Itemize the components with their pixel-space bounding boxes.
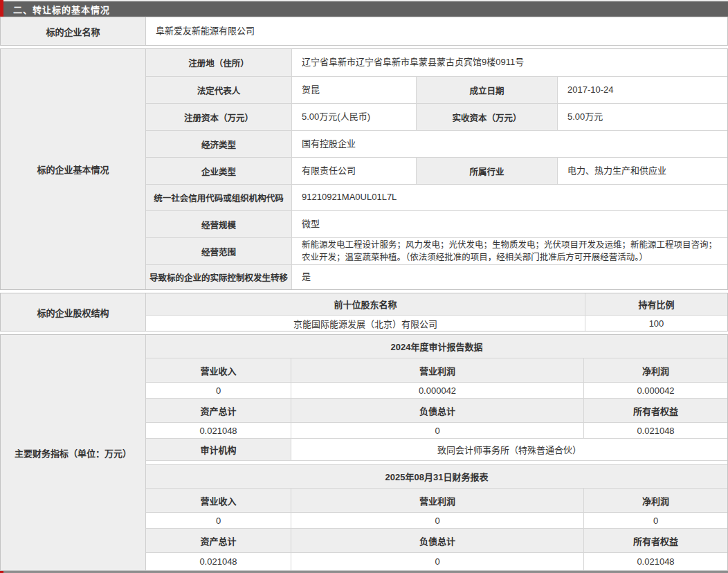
owner-equity-header: 所有者权益: [583, 399, 727, 422]
auditor-label: 审计机构: [146, 439, 291, 460]
equity-section-label: 标的企业股权结构: [1, 293, 146, 331]
shareholder-name: 京能国际能源发展（北京）有限公司: [146, 316, 585, 331]
report-2024-profit-values: 0 0.000042 0.000042: [146, 383, 727, 399]
financial-section-label: 主要财务指标（单位：万元）: [1, 335, 146, 570]
income-header: 营业收入: [146, 489, 291, 512]
target-name-label: 标的企业名称: [1, 17, 146, 45]
holding-ratio: 100: [585, 316, 727, 331]
owner-equity-value: 0.021048: [583, 553, 727, 570]
total-assets-header: 资产总计: [146, 399, 291, 422]
net-profit-header: 净利润: [583, 489, 727, 512]
total-assets-value: 0.021048: [146, 553, 291, 570]
reg-address-value: 辽宁省阜新市辽宁省阜新市阜蒙县蒙古贞宾馆9楼0911号: [291, 49, 727, 76]
control-transfer-label: 导致标的企业的实际控制权发生转移: [146, 265, 291, 289]
holding-ratio-header: 持有比例: [585, 293, 727, 315]
report-2025-title: 2025年08月31日财务报表: [146, 465, 727, 488]
operating-profit-value: 0.000042: [291, 383, 583, 398]
legal-rep-value: 贺昆: [291, 77, 416, 103]
scale-value: 微型: [291, 211, 727, 237]
paid-capital-label: 实收资本（万元）: [416, 104, 557, 130]
report-2024-title: 2024年度审计报告数据: [146, 335, 727, 358]
business-scope-value: 新能源发电工程设计服务；风力发电；光伏发电；生物质发电；光伏项目开发及运维；新能…: [291, 238, 727, 264]
operating-profit-value: 0: [291, 513, 583, 528]
income-header: 营业收入: [146, 358, 291, 382]
total-liabilities-value: 0: [291, 553, 583, 570]
credit-code-value: 91210921MA0UL01L7L: [291, 185, 727, 210]
report-2025-balance-values: 0.021048 0 0.021048: [146, 553, 727, 570]
report-2024-balance-values: 0.021048 0 0.021048: [146, 423, 727, 439]
basic-info-section-label: 标的企业基本情况: [1, 49, 146, 289]
paid-capital-value: 5.00万元: [557, 104, 727, 130]
owner-equity-header: 所有者权益: [583, 529, 727, 552]
auditor-value: 致同会计师事务所（特殊普通合伙）: [291, 439, 727, 460]
economy-type-value: 国有控股企业: [291, 131, 727, 157]
income-value: 0: [146, 513, 291, 528]
income-value: 0: [146, 383, 291, 398]
report-2025-profit-values: 0 0 0: [146, 513, 727, 529]
total-liabilities-value: 0: [291, 423, 583, 438]
target-name-section: 标的企业名称 阜新爱友新能源有限公司: [0, 17, 728, 46]
shareholder-name-header: 前十位股东名称: [146, 293, 585, 315]
control-transfer-value: 是: [291, 265, 727, 289]
reg-capital-label: 注册资本（万元）: [146, 104, 291, 130]
industry-value: 电力、热力生产和供应业: [557, 158, 727, 184]
transfer-target-info-page: 二、转让标的基本情况 标的企业名称 阜新爱友新能源有限公司 标的企业基本情况 注…: [0, 0, 728, 573]
shareholder-row: 京能国际能源发展（北京）有限公司 100: [146, 316, 727, 331]
business-scope-label: 经营范围: [146, 238, 291, 264]
legal-rep-label: 法定代表人: [146, 77, 291, 103]
founded-date-value: 2017-10-24: [557, 77, 727, 103]
scale-label: 经营规模: [146, 211, 291, 237]
target-name-value: 阜新爱友新能源有限公司: [146, 17, 727, 45]
industry-label: 所属行业: [416, 158, 557, 184]
operating-profit-header: 营业利润: [291, 358, 583, 382]
owner-equity-value: 0.021048: [583, 423, 727, 438]
net-profit-value: 0: [583, 513, 727, 528]
total-assets-header: 资产总计: [146, 529, 291, 552]
operating-profit-header: 营业利润: [291, 489, 583, 512]
net-profit-value: 0.000042: [583, 383, 727, 398]
company-type-label: 企业类型: [146, 158, 291, 184]
net-profit-header: 净利润: [583, 358, 727, 382]
section-title-bar: 二、转让标的基本情况: [0, 0, 728, 17]
company-type-value: 有限责任公司: [291, 158, 416, 184]
total-liabilities-header: 负债总计: [291, 399, 583, 422]
financial-indicators-section: 主要财务指标（单位：万元） 2024年度审计报告数据 营业收入 营业利润 净利润…: [0, 334, 728, 571]
total-liabilities-header: 负债总计: [291, 529, 583, 552]
section-title: 二、转让标的基本情况: [3, 0, 728, 17]
total-assets-value: 0.021048: [146, 423, 291, 438]
equity-structure-section: 标的企业股权结构 前十位股东名称 持有比例 京能国际能源发展（北京）有限公司 1…: [0, 293, 728, 331]
founded-date-label: 成立日期: [416, 77, 557, 103]
reg-capital-value: 5.00万元(人民币): [291, 104, 416, 130]
economy-type-label: 经济类型: [146, 131, 291, 157]
reg-address-label: 注册地（住所）: [146, 49, 291, 76]
credit-code-label: 统一社会信用代码或组织机构代码: [146, 185, 291, 210]
basic-info-section: 标的企业基本情况 注册地（住所） 辽宁省阜新市辽宁省阜新市阜蒙县蒙古贞宾馆9楼0…: [0, 48, 728, 290]
